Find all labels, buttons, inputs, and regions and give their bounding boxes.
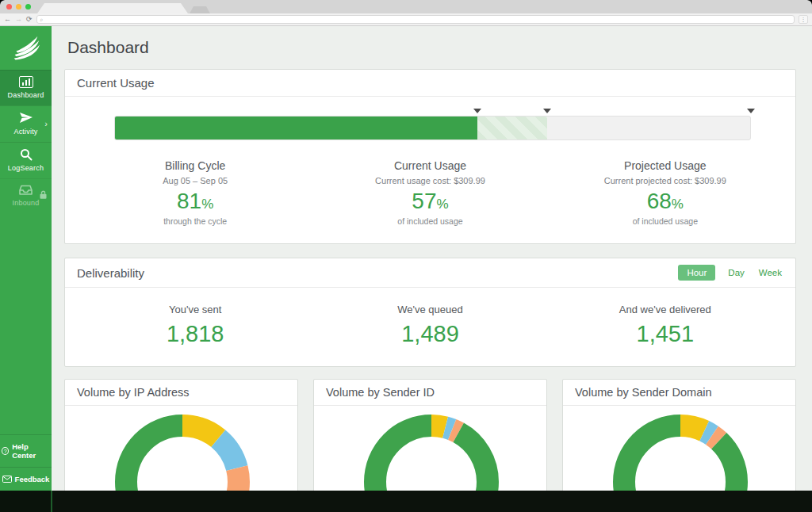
sidebar: Dashboard Activity › LogSea xyxy=(0,26,52,491)
question-circle-icon: ? xyxy=(2,447,9,455)
marker-projected-usage xyxy=(543,109,551,113)
stat-subtitle: Aug 05 – Sep 05 xyxy=(78,176,312,185)
delivered-stat: And we've delivered 1,451 xyxy=(548,304,783,347)
card-title: Volume by IP Address xyxy=(77,386,190,399)
stat-value: 68% xyxy=(548,189,783,214)
stat-value: 81% xyxy=(78,189,312,214)
browser-menu-icon[interactable]: ⋮ xyxy=(799,15,808,24)
donut-chart-ip-address xyxy=(65,406,298,491)
inbox-icon xyxy=(19,185,33,196)
url-bar[interactable]: ⌕ xyxy=(36,15,795,24)
projected-usage-stat: Projected Usage Current projected cost: … xyxy=(548,159,783,226)
forward-icon[interactable]: → xyxy=(15,16,22,23)
sidebar-item-inbound[interactable]: Inbound xyxy=(0,178,52,213)
back-icon[interactable]: ← xyxy=(4,16,11,23)
paper-plane-icon xyxy=(19,112,33,124)
sidebar-item-activity[interactable]: Activity › xyxy=(0,105,52,142)
envelope-icon xyxy=(2,476,12,483)
donut-segment-slice-green xyxy=(375,426,488,491)
volume-by-sender-domain-card: Volume by Sender Domain xyxy=(562,379,796,491)
app-logo[interactable] xyxy=(0,26,52,70)
sidebar-item-label: Activity xyxy=(13,128,37,136)
bottom-strip-divider xyxy=(51,491,52,512)
stat-value: 57% xyxy=(312,189,547,214)
sidebar-footer-label: Feedback xyxy=(15,475,50,483)
stat-caption: of included usage xyxy=(548,216,783,226)
search-icon xyxy=(20,148,33,161)
wing-logo-icon xyxy=(10,34,42,63)
refresh-icon[interactable]: ⟳ xyxy=(26,16,33,23)
sidebar-item-logsearch[interactable]: LogSearch xyxy=(0,142,52,178)
stat-value: 1,451 xyxy=(548,321,783,347)
zoom-window-button[interactable] xyxy=(25,4,31,10)
card-title: Volume by Sender ID xyxy=(326,386,435,399)
card-title: Deliverability xyxy=(77,266,144,280)
sent-stat: You've sent 1,818 xyxy=(78,304,312,347)
donut-chart-sender-id xyxy=(314,406,547,491)
progress-projected xyxy=(477,117,547,139)
minimize-window-button[interactable] xyxy=(16,4,21,10)
progress-track xyxy=(114,116,751,140)
stat-value: 1,818 xyxy=(78,321,312,347)
page-title: Dashboard xyxy=(67,38,796,57)
time-range-toggle: Hour Day Week xyxy=(678,265,783,281)
bottom-strip xyxy=(0,491,812,512)
sidebar-item-feedback[interactable]: Feedback xyxy=(0,467,52,491)
stat-value: 1,489 xyxy=(312,321,547,347)
lock-icon xyxy=(40,190,47,199)
browser-tabstrip xyxy=(0,0,812,13)
sidebar-item-label: Inbound xyxy=(13,199,40,207)
new-tab-button[interactable] xyxy=(190,6,210,13)
usage-progress-bar xyxy=(114,116,751,140)
stat-label: You've sent xyxy=(78,304,312,315)
sidebar-item-label: Dashboard xyxy=(8,91,44,99)
stat-subtitle: Current projected cost: $309.99 xyxy=(548,176,783,185)
window-controls xyxy=(6,4,31,10)
current-usage-stat: Current Usage Current usage cost: $309.9… xyxy=(312,159,547,226)
toggle-day[interactable]: Day xyxy=(726,266,745,280)
stat-caption: of included usage xyxy=(312,216,547,226)
stat-label: And we've delivered xyxy=(548,304,783,315)
toggle-hour[interactable]: Hour xyxy=(678,265,715,281)
stat-caption: through the cycle xyxy=(78,216,312,226)
browser-toolbar: ← → ⟳ ⌕ ⋮ xyxy=(0,13,812,26)
billing-cycle-stat: Billing Cycle Aug 05 – Sep 05 81% throug… xyxy=(78,159,312,226)
card-title: Volume by Sender Domain xyxy=(575,386,712,399)
donut-chart-sender-domain xyxy=(563,406,796,491)
volume-by-ip-card: Volume by IP Address xyxy=(64,379,298,491)
sidebar-item-help-center[interactable]: ? Help Center xyxy=(0,434,52,467)
browser-window: ← → ⟳ ⌕ ⋮ xyxy=(0,0,812,512)
volume-by-sender-id-card: Volume by Sender ID xyxy=(313,379,547,491)
sidebar-item-dashboard[interactable]: Dashboard xyxy=(0,70,52,105)
progress-current xyxy=(115,117,477,139)
queued-stat: We've queued 1,489 xyxy=(312,304,547,347)
toggle-week[interactable]: Week xyxy=(757,266,783,280)
card-title: Current Usage xyxy=(77,76,155,90)
sidebar-spacer xyxy=(0,213,52,434)
close-window-button[interactable] xyxy=(6,4,12,10)
stat-title: Projected Usage xyxy=(548,159,783,172)
sidebar-item-label: LogSearch xyxy=(8,164,44,172)
stat-label: We've queued xyxy=(312,304,547,315)
deliverability-card: Deliverability Hour Day Week You've sent… xyxy=(64,258,796,367)
marker-current-usage xyxy=(473,109,481,113)
bottom-strip-sidebar-shadow xyxy=(0,491,52,512)
stat-subtitle: Current usage cost: $309.99 xyxy=(312,176,547,185)
current-usage-card: Current Usage Billing Cycle xyxy=(64,69,796,244)
main-content: Dashboard Current Usage xyxy=(52,26,812,491)
marker-limit xyxy=(747,109,755,113)
bar-chart-icon xyxy=(19,76,33,88)
stat-title: Current Usage xyxy=(312,159,547,172)
stat-title: Billing Cycle xyxy=(78,159,312,172)
sidebar-footer-label: Help Center xyxy=(12,442,50,460)
chevron-right-icon: › xyxy=(44,119,48,128)
search-icon: ⌕ xyxy=(40,17,44,22)
browser-tab[interactable] xyxy=(37,3,188,13)
